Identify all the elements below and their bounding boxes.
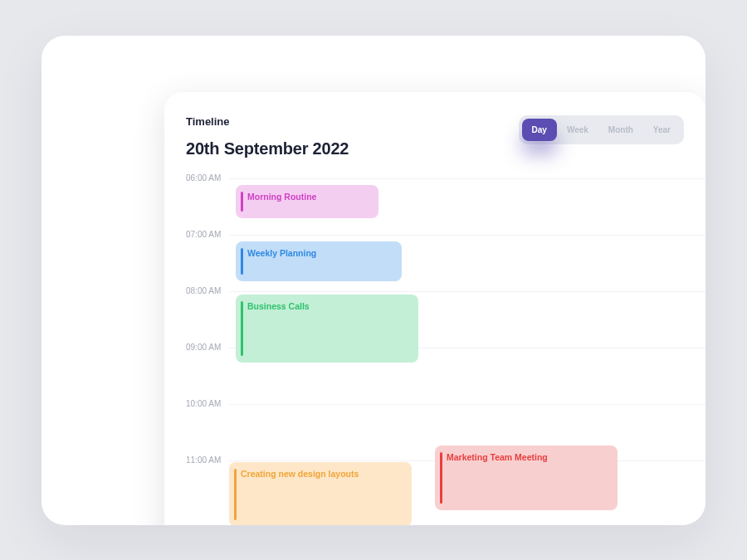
view-tab-week[interactable]: Week (557, 119, 598, 141)
event-design-layouts[interactable]: Creating new design layouts (229, 462, 412, 525)
event-weekly-planning[interactable]: Weekly Planning (236, 241, 402, 281)
view-tab-year[interactable]: Year (643, 119, 681, 141)
event-marketing-meeting[interactable]: Marketing Team Meeting (435, 446, 618, 510)
view-tab-day[interactable]: Day (522, 119, 557, 141)
event-title: Morning Routine (247, 192, 316, 202)
event-title: Marketing Team Meeting (447, 452, 548, 462)
hour-separator (229, 235, 706, 236)
event-morning-routine[interactable]: Morning Routine (236, 185, 378, 218)
hour-separator (229, 404, 706, 405)
hour-label: 06:00 AM (186, 173, 221, 183)
panel-date: 20th September 2022 (186, 139, 349, 158)
event-accent-bar (241, 248, 243, 275)
event-accent-bar (241, 192, 243, 212)
hour-label: 09:00 AM (186, 343, 221, 352)
title-area: Timeline 20th September 2022 (186, 115, 349, 158)
event-title: Creating new design layouts (241, 469, 359, 479)
event-accent-bar (241, 301, 243, 356)
hour-label: 10:00 AM (186, 399, 221, 408)
outer-card: Timeline 20th September 2022 Day Week Mo… (42, 36, 706, 525)
event-accent-bar (440, 452, 442, 504)
timeline-grid: 06:00 AM 07:00 AM 08:00 AM 09:00 AM 10:0… (186, 178, 684, 525)
event-accent-bar (234, 469, 237, 520)
timeline-panel: Timeline 20th September 2022 Day Week Mo… (164, 92, 706, 525)
hour-label: 11:00 AM (186, 455, 221, 465)
hour-label: 07:00 AM (186, 230, 221, 239)
hour-label: 08:00 AM (186, 286, 221, 295)
hour-separator (229, 178, 706, 179)
hour-separator (229, 291, 706, 292)
panel-header: Timeline 20th September 2022 Day Week Mo… (186, 115, 684, 158)
event-title: Weekly Planning (247, 248, 316, 258)
event-business-calls[interactable]: Business Calls (236, 295, 418, 363)
view-switch: Day Week Month Year (519, 115, 684, 144)
view-tab-month[interactable]: Month (598, 119, 643, 141)
event-title: Business Calls (247, 301, 310, 311)
panel-label: Timeline (186, 115, 349, 128)
